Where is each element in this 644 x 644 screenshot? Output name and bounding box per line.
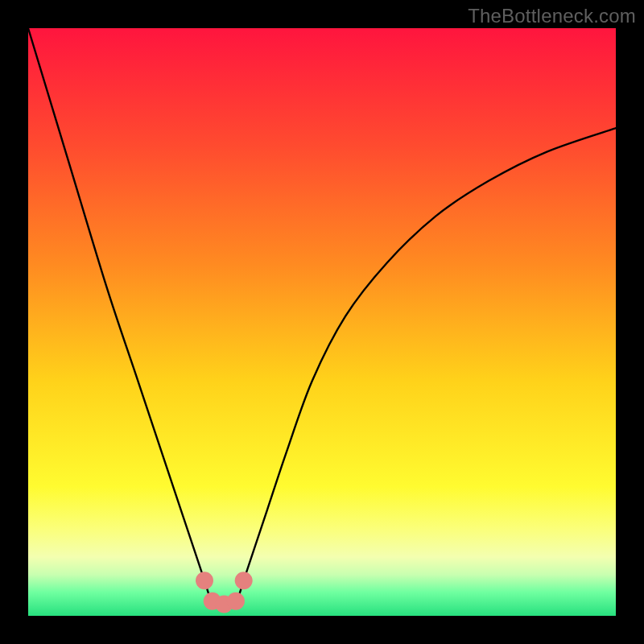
- curve-marker: [227, 592, 245, 610]
- watermark-text: TheBottleneck.com: [468, 5, 636, 27]
- plot-area: [28, 28, 616, 616]
- bottleneck-curve: [28, 28, 616, 605]
- curve-markers: [196, 572, 253, 613]
- curve-layer: [28, 28, 616, 616]
- chart-frame: TheBottleneck.com: [0, 0, 644, 644]
- curve-marker: [235, 572, 253, 589]
- curve-marker: [196, 572, 213, 589]
